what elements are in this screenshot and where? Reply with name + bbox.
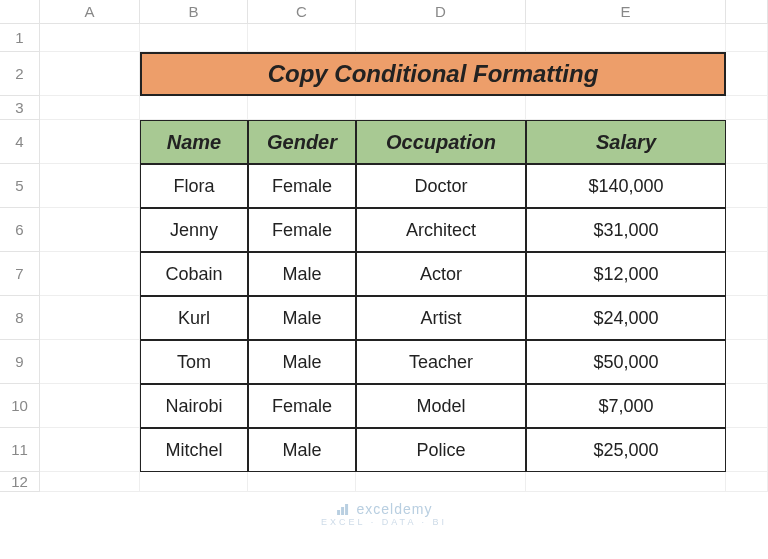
cell-c1[interactable]: [248, 24, 356, 52]
data-salary[interactable]: $24,000: [526, 296, 726, 340]
cell-blank-5: [726, 164, 768, 208]
data-occupation[interactable]: Artist: [356, 296, 526, 340]
cell-blank-7: [726, 252, 768, 296]
cell-a3[interactable]: [40, 96, 140, 120]
cell-d12[interactable]: [356, 472, 526, 492]
data-name[interactable]: Jenny: [140, 208, 248, 252]
cell-a5[interactable]: [40, 164, 140, 208]
data-salary[interactable]: $31,000: [526, 208, 726, 252]
data-name[interactable]: Mitchel: [140, 428, 248, 472]
row-head-12[interactable]: 12: [0, 472, 40, 492]
cell-blank-3: [726, 96, 768, 120]
cell-a2[interactable]: [40, 52, 140, 96]
data-occupation[interactable]: Teacher: [356, 340, 526, 384]
col-head-c[interactable]: C: [248, 0, 356, 24]
cell-a6[interactable]: [40, 208, 140, 252]
row-head-7[interactable]: 7: [0, 252, 40, 296]
row-head-2[interactable]: 2: [0, 52, 40, 96]
data-occupation[interactable]: Model: [356, 384, 526, 428]
data-occupation[interactable]: Doctor: [356, 164, 526, 208]
title-cell[interactable]: Copy Conditional Formatting: [140, 52, 726, 96]
header-name[interactable]: Name: [140, 120, 248, 164]
cell-c3[interactable]: [248, 96, 356, 120]
cell-a4[interactable]: [40, 120, 140, 164]
cell-d3[interactable]: [356, 96, 526, 120]
cell-blank-8: [726, 296, 768, 340]
cell-blank-6: [726, 208, 768, 252]
col-head-a[interactable]: A: [40, 0, 140, 24]
cell-d1[interactable]: [356, 24, 526, 52]
data-name[interactable]: Nairobi: [140, 384, 248, 428]
svg-rect-2: [345, 504, 348, 515]
watermark-brand: exceldemy: [356, 501, 432, 517]
header-gender[interactable]: Gender: [248, 120, 356, 164]
chart-icon: [336, 501, 357, 517]
cell-blank-10: [726, 384, 768, 428]
data-name[interactable]: Tom: [140, 340, 248, 384]
cell-a12[interactable]: [40, 472, 140, 492]
row-head-4[interactable]: 4: [0, 120, 40, 164]
header-occupation[interactable]: Occupation: [356, 120, 526, 164]
cell-e1[interactable]: [526, 24, 726, 52]
watermark: exceldemy EXCEL · DATA · BI: [321, 501, 447, 527]
data-salary[interactable]: $12,000: [526, 252, 726, 296]
data-occupation[interactable]: Police: [356, 428, 526, 472]
watermark-tagline: EXCEL · DATA · BI: [321, 517, 447, 527]
svg-rect-1: [341, 507, 344, 515]
col-head-e[interactable]: E: [526, 0, 726, 24]
row-head-9[interactable]: 9: [0, 340, 40, 384]
row-head-11[interactable]: 11: [0, 428, 40, 472]
data-salary[interactable]: $140,000: [526, 164, 726, 208]
cell-blank-11: [726, 428, 768, 472]
row-head-6[interactable]: 6: [0, 208, 40, 252]
cell-blank-2: [726, 52, 768, 96]
row-head-5[interactable]: 5: [0, 164, 40, 208]
data-name[interactable]: Flora: [140, 164, 248, 208]
cell-b3[interactable]: [140, 96, 248, 120]
data-salary[interactable]: $7,000: [526, 384, 726, 428]
data-gender[interactable]: Male: [248, 340, 356, 384]
data-salary[interactable]: $25,000: [526, 428, 726, 472]
cell-a8[interactable]: [40, 296, 140, 340]
cell-b1[interactable]: [140, 24, 248, 52]
cell-e3[interactable]: [526, 96, 726, 120]
data-salary[interactable]: $50,000: [526, 340, 726, 384]
cell-e12[interactable]: [526, 472, 726, 492]
cell-blank-9: [726, 340, 768, 384]
col-head-d[interactable]: D: [356, 0, 526, 24]
svg-rect-0: [337, 510, 340, 515]
cell-a9[interactable]: [40, 340, 140, 384]
data-gender[interactable]: Female: [248, 164, 356, 208]
row-head-3[interactable]: 3: [0, 96, 40, 120]
col-head-blank: [726, 0, 768, 24]
cell-c12[interactable]: [248, 472, 356, 492]
data-gender[interactable]: Male: [248, 296, 356, 340]
data-name[interactable]: Cobain: [140, 252, 248, 296]
col-head-b[interactable]: B: [140, 0, 248, 24]
cell-blank-4: [726, 120, 768, 164]
spreadsheet: A B C D E 1 2 Copy Conditional Formattin…: [0, 0, 768, 492]
cell-a7[interactable]: [40, 252, 140, 296]
data-gender[interactable]: Female: [248, 208, 356, 252]
select-all-corner[interactable]: [0, 0, 40, 24]
row-head-10[interactable]: 10: [0, 384, 40, 428]
row-head-1[interactable]: 1: [0, 24, 40, 52]
cell-a10[interactable]: [40, 384, 140, 428]
data-occupation[interactable]: Actor: [356, 252, 526, 296]
cell-blank-12: [726, 472, 768, 492]
cell-a1[interactable]: [40, 24, 140, 52]
cell-a11[interactable]: [40, 428, 140, 472]
data-gender[interactable]: Male: [248, 428, 356, 472]
data-occupation[interactable]: Architect: [356, 208, 526, 252]
data-gender[interactable]: Female: [248, 384, 356, 428]
cell-blank-1: [726, 24, 768, 52]
row-head-8[interactable]: 8: [0, 296, 40, 340]
data-gender[interactable]: Male: [248, 252, 356, 296]
data-name[interactable]: Kurl: [140, 296, 248, 340]
header-salary[interactable]: Salary: [526, 120, 726, 164]
cell-b12[interactable]: [140, 472, 248, 492]
